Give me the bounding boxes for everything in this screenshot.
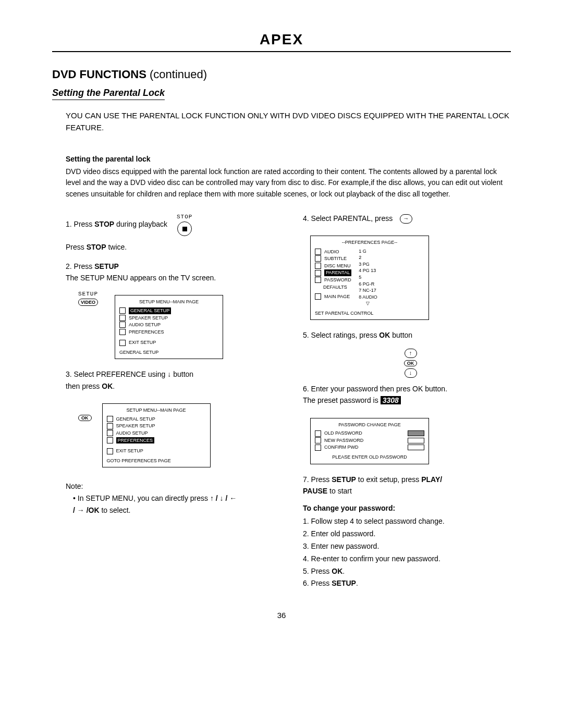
menu-icon (107, 423, 113, 429)
menu-icon (119, 307, 126, 314)
ok-word: OK (89, 506, 100, 514)
osd-item: CONFIRM PWD (324, 444, 359, 451)
step-6: 6. Enter your password then pres OK butt… (303, 383, 511, 406)
video-oval-icon: VIDEO (78, 299, 98, 306)
setup-icon-label: SETUP (78, 291, 98, 297)
setup-button-icon: SETUP VIDEO (78, 291, 98, 306)
osd-item: PREFERENCES (129, 329, 164, 336)
menu-icon (315, 270, 321, 276)
intro-text: YOU CAN USE THE PARENTAL LOCK FUNCTION O… (66, 109, 511, 134)
text: twice. (106, 243, 127, 251)
text: 5. Select ratings, press (303, 331, 379, 339)
subheading: Setting the Parental Lock (52, 88, 165, 100)
osd-item: SPEAKER SETUP (116, 423, 155, 429)
osd-item: NEW PASSWORD (324, 437, 363, 444)
osd-setup-menu-2: SETUP MENU--MAIN PAGE GENERAL SETUP SPEA… (102, 403, 211, 467)
rating-item: 8 AUDIO (359, 294, 377, 301)
menu-icon (119, 315, 126, 321)
osd-password-page: PASSWORD CHANGE PAGE OLD PASSWORD NEW PA… (310, 418, 429, 464)
osd-item: AUDIO (324, 249, 339, 255)
section-heading: DVD FUNCTIONS (continued) (52, 68, 511, 81)
text: 1. Press (66, 219, 94, 228)
stop-word: STOP (87, 243, 106, 251)
pw-step: 5. Press OK. (303, 565, 511, 578)
two-column-layout: 1. Press STOP during playback STOP Press… (52, 213, 511, 590)
step-3: 3. Select PREFERENCE using ↓ button then… (66, 368, 274, 392)
pw-step: 1. Follow step 4 to select password chan… (303, 515, 511, 528)
heading-main: DVD FUNCTIONS (52, 68, 146, 81)
pw-step: 3. Enter new password. (303, 540, 511, 553)
text: 7. Press (303, 475, 332, 484)
play-word: PLAY/ (421, 475, 442, 484)
osd-setup-menu-1: SETUP MENU--MAIN PAGE GENERAL SETUP SPEA… (115, 295, 223, 359)
stop-square-icon (182, 227, 187, 231)
preset-password: 3308 (381, 396, 401, 404)
step-2: 2. Press SETUP The SETUP MENU appears on… (66, 261, 274, 284)
setup-word: SETUP (94, 262, 119, 270)
divider (52, 51, 511, 52)
text: . (342, 567, 345, 575)
stop-word: STOP (94, 219, 114, 228)
osd-title: --PREFERENCES PAGE-- (315, 239, 424, 246)
osd-item: AUDIO SETUP (116, 430, 148, 437)
osd-title: PASSWORD CHANGE PAGE (315, 422, 424, 428)
osd-item-highlight: PREFERENCES (116, 437, 155, 444)
osd-item: EXIT SETUP (116, 448, 143, 454)
password-box (408, 430, 424, 436)
paragraph-heading: Setting the parental lock (66, 155, 511, 163)
menu-icon (119, 329, 126, 335)
rating-item: 4 PG 13 (359, 267, 377, 274)
ok-word: OK (102, 382, 113, 390)
rating-item: 6 PG-R (359, 281, 377, 288)
osd-item: OLD PASSWORD (324, 430, 362, 437)
setup-word: SETUP (332, 475, 356, 484)
osd-item: SUBTITLE (324, 255, 347, 262)
up-arrow-button-icon: ↑ (405, 349, 417, 358)
osd-item: MAIN PAGE (324, 293, 350, 300)
menu-icon (315, 437, 321, 443)
osd-item: SPEAKER SETUP (129, 315, 168, 322)
menu-icon (107, 437, 113, 443)
osd-item: GENERAL SETUP (116, 416, 155, 423)
osd-footer: GENERAL SETUP (119, 349, 218, 356)
brand-logo: APEX (52, 31, 511, 48)
setup-word: SETUP (332, 579, 356, 587)
rating-item: 2 (359, 254, 377, 261)
osd-item: EXIT SETUP (129, 339, 156, 346)
menu-icon (119, 340, 126, 346)
menu-icon (107, 430, 113, 436)
text: 5. Press (303, 567, 332, 575)
nav-buttons-icon: ↑ OK ↓ (310, 349, 511, 378)
rating-item: 1 G (359, 248, 377, 255)
text: Press (66, 243, 87, 251)
text: button (390, 331, 412, 339)
page-number: 36 (52, 611, 511, 620)
arrow-keys-icon: ↑ / ↓ / ← (210, 494, 237, 502)
rating-item: 3 PG (359, 261, 377, 268)
menu-icon (315, 263, 321, 269)
menu-icon (315, 293, 321, 300)
osd-item: DISC MENU (324, 263, 351, 269)
down-arrow-button-icon: ↓ (405, 368, 417, 378)
menu-icon (107, 416, 113, 422)
stop-icon-circle (177, 221, 192, 236)
text: . (113, 382, 115, 390)
ok-button-icon: OK (78, 415, 92, 421)
pw-step: 6. Press SETUP. (303, 577, 511, 590)
stop-button-icon: STOP (177, 213, 192, 237)
pw-step: 4. Re-enter to confirm your new password… (303, 553, 511, 565)
osd-footer: PLEASE ENTER OLD PASSWORD (315, 454, 424, 461)
down-triangle-icon: ▽ (359, 300, 377, 307)
text: to start (327, 487, 352, 495)
text: button (171, 370, 193, 378)
right-column: 4. Select PARENTAL, press → --PREFERENCE… (289, 213, 511, 590)
stop-icon-label: STOP (177, 213, 192, 222)
ok-word: OK (332, 567, 342, 575)
step-5: 5. Select ratings, press OK button (303, 329, 511, 341)
text: The SETUP MENU appears on the TV screen. (66, 274, 216, 282)
osd-title: SETUP MENU--MAIN PAGE (107, 407, 206, 414)
text: during playback (114, 219, 167, 228)
text: then press (66, 382, 102, 390)
menu-icon (315, 277, 321, 283)
osd-item-highlight: PARENTAL (324, 269, 351, 276)
